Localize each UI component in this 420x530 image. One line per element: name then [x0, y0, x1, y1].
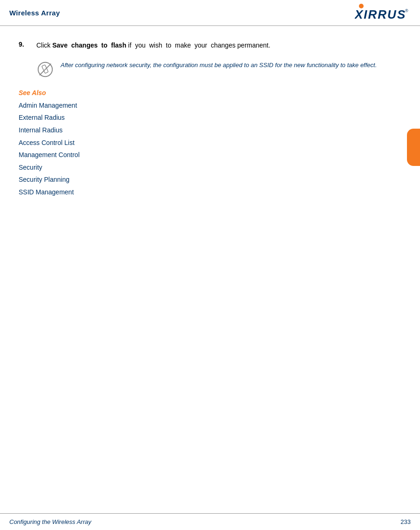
- see-also-title: See Also: [19, 89, 406, 96]
- main-content: 9. Click Save changes to flash if you wi…: [0, 26, 420, 208]
- bold-instruction: Save changes to flash: [52, 41, 126, 49]
- header-title: Wireless Array: [9, 9, 60, 17]
- step-text: Click Save changes to flash if you wish …: [36, 40, 406, 51]
- step-9-row: 9. Click Save changes to flash if you wi…: [19, 40, 406, 51]
- page-header: Wireless Array XIRRUS ®: [0, 0, 420, 26]
- page-footer: Configuring the Wireless Array 233: [0, 513, 420, 530]
- link-internal-radius[interactable]: Internal Radius: [19, 124, 406, 137]
- note-text: After configuring network security, the …: [61, 61, 377, 70]
- footer-left: Configuring the Wireless Array: [9, 518, 91, 525]
- link-security[interactable]: Security: [19, 161, 406, 174]
- link-ssid-management[interactable]: SSID Management: [19, 186, 406, 199]
- see-also-section: See Also Admin Management External Radiu…: [19, 89, 406, 199]
- xirrus-logo: XIRRUS ®: [355, 4, 411, 21]
- footer-right: 233: [400, 518, 411, 525]
- link-admin-management[interactable]: Admin Management: [19, 99, 406, 112]
- orange-tab: [407, 129, 420, 166]
- note-icon: [36, 61, 54, 80]
- svg-text:®: ®: [405, 8, 408, 13]
- link-security-planning[interactable]: Security Planning: [19, 173, 406, 186]
- svg-text:XIRRUS: XIRRUS: [355, 7, 406, 21]
- step-number: 9.: [19, 40, 33, 48]
- note-box: After configuring network security, the …: [36, 61, 406, 80]
- link-external-radius[interactable]: External Radius: [19, 111, 406, 124]
- note-icon-svg: [36, 61, 54, 78]
- logo-container: XIRRUS ®: [355, 4, 411, 21]
- link-management-control[interactable]: Management Control: [19, 149, 406, 161]
- link-access-control-list[interactable]: Access Control List: [19, 137, 406, 149]
- logo-svg: XIRRUS ®: [355, 4, 411, 21]
